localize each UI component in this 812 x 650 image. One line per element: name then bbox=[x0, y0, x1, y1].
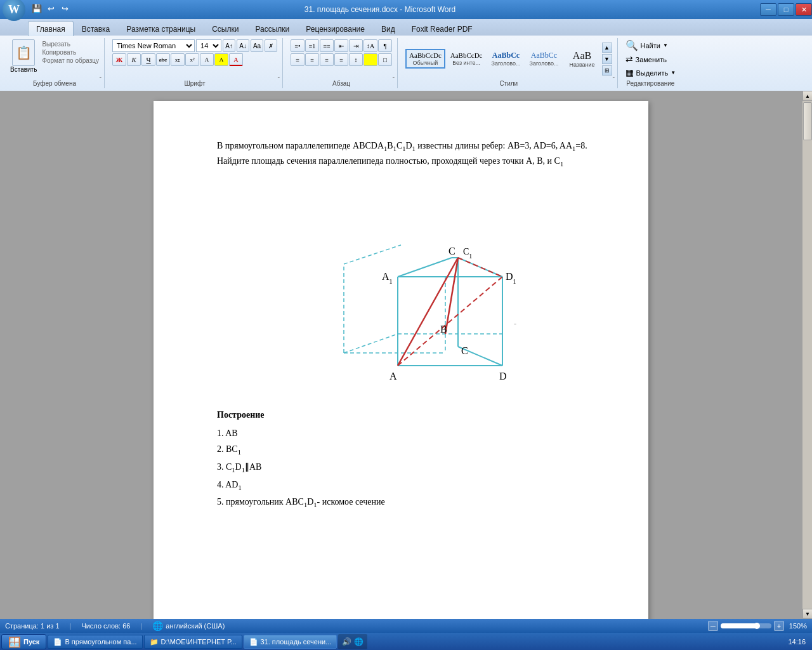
style-title-preview: AaB bbox=[573, 50, 591, 62]
status-bar: Страница: 1 из 1 | Число слов: 66 | 🌐 ан… bbox=[0, 619, 812, 633]
scroll-up-button[interactable]: ▲ bbox=[802, 91, 812, 101]
window-title: 31. площадь сечения.docx - Microsoft Wor… bbox=[0, 5, 760, 14]
editing-group-label: Редактирование bbox=[626, 80, 674, 87]
tab-view[interactable]: Вид bbox=[373, 22, 403, 36]
zoom-out-button[interactable]: ─ bbox=[708, 621, 718, 631]
italic-button[interactable]: К bbox=[127, 53, 141, 66]
align-left-button[interactable]: ≡ bbox=[291, 53, 304, 66]
font-grow-button[interactable]: A↑ bbox=[223, 39, 235, 52]
cut-button[interactable]: Вырезать bbox=[42, 41, 99, 48]
page-status: Страница: 1 из 1 bbox=[5, 622, 60, 630]
clipboard-expand[interactable]: ⌄ bbox=[98, 74, 103, 79]
select-button[interactable]: ▦ Выделить ▼ bbox=[625, 67, 676, 78]
style-normal-preview: AaBbCcDc bbox=[409, 51, 442, 60]
paragraph-expand[interactable]: ⌄ bbox=[391, 74, 396, 79]
highlight-button[interactable]: A bbox=[214, 53, 228, 66]
bullets-button[interactable]: ≡• bbox=[291, 39, 304, 52]
line-spacing-button[interactable]: ↕ bbox=[349, 53, 363, 66]
vertical-scrollbar: ▲ ▼ bbox=[802, 91, 812, 619]
increase-indent-button[interactable]: ⇥ bbox=[349, 39, 363, 52]
styles-expand[interactable]: ⌄ bbox=[612, 74, 616, 79]
text-effect-button[interactable]: A bbox=[200, 53, 214, 66]
zoom-slider[interactable] bbox=[721, 623, 771, 628]
start-button[interactable]: 🪟 Пуск bbox=[1, 634, 46, 649]
document-page: В прямоугольном параллелепипеде ABCDA1B1… bbox=[154, 101, 648, 619]
style-heading2[interactable]: AaBbCc Заголово... bbox=[526, 48, 563, 69]
tab-references[interactable]: Ссылки bbox=[204, 22, 247, 36]
scroll-thumb[interactable] bbox=[803, 102, 812, 140]
construction-item-1: 1. AB bbox=[217, 425, 598, 441]
font-expand[interactable]: ⌄ bbox=[277, 74, 281, 79]
style-heading1[interactable]: AaBbCc Заголово... bbox=[488, 48, 525, 69]
font-color-button[interactable]: A bbox=[229, 53, 243, 66]
font-group-label: Шрифт bbox=[185, 80, 206, 87]
taskbar-item-0[interactable]: 📄 В прямоугольном па... bbox=[48, 635, 142, 649]
tab-page-layout[interactable]: Разметка страницы bbox=[118, 22, 204, 36]
window-controls: ─ □ ✕ bbox=[760, 3, 812, 16]
border-button[interactable]: □ bbox=[378, 53, 392, 66]
multilevel-list-button[interactable]: ≡≡ bbox=[320, 39, 334, 52]
status-sep1: | bbox=[70, 622, 72, 630]
style-no-spacing-label: Без инте... bbox=[452, 60, 480, 66]
construction-item-2: 2. BC1 bbox=[217, 441, 598, 459]
taskbar-item-1-icon: 📁 bbox=[150, 638, 159, 646]
superscript-button[interactable]: x² bbox=[185, 53, 199, 66]
undo-button[interactable]: ↩ bbox=[44, 3, 57, 15]
geometry-figure: C C1 A1 D1 B A D C - bbox=[217, 182, 598, 397]
font-name-select[interactable]: Times New Roman bbox=[112, 39, 195, 52]
tab-foxit[interactable]: Foxit Reader PDF bbox=[403, 22, 481, 36]
scroll-down-button[interactable]: ▼ bbox=[802, 609, 812, 619]
system-tray: 🔊 🌐 bbox=[338, 634, 367, 649]
office-orb[interactable]: W bbox=[3, 0, 25, 21]
strikethrough-button[interactable]: abc bbox=[156, 53, 170, 66]
replace-button[interactable]: ⇄ Заменить bbox=[625, 54, 667, 65]
page-count: Страница: 1 из 1 bbox=[5, 622, 60, 630]
svg-line-18 bbox=[398, 277, 502, 366]
tab-review[interactable]: Рецензирование bbox=[298, 22, 373, 36]
taskbar-item-2[interactable]: 📄 31. площадь сечени... bbox=[244, 635, 337, 649]
align-right-button[interactable]: ≡ bbox=[320, 53, 334, 66]
zoom-in-button[interactable]: + bbox=[774, 621, 784, 631]
sort-button[interactable]: ↕A bbox=[363, 39, 377, 52]
problem-text: В прямоугольном параллелепипеде ABCDA1B1… bbox=[217, 139, 598, 169]
decrease-indent-button[interactable]: ⇤ bbox=[334, 39, 348, 52]
document-area[interactable]: В прямоугольном параллелепипеде ABCDA1B1… bbox=[0, 91, 802, 619]
format-paint-button[interactable]: Формат по образцу bbox=[42, 57, 99, 64]
scroll-track[interactable] bbox=[802, 101, 812, 609]
shading-button[interactable] bbox=[363, 53, 377, 66]
close-button[interactable]: ✕ bbox=[796, 3, 812, 16]
change-case-button[interactable]: Aa bbox=[251, 39, 263, 52]
styles-scroll-down[interactable]: ▼ bbox=[602, 54, 612, 64]
style-heading2-label: Заголово... bbox=[530, 60, 559, 67]
copy-button[interactable]: Копировать bbox=[42, 49, 99, 56]
styles-scroll-up[interactable]: ▲ bbox=[602, 43, 612, 53]
maximize-button[interactable]: □ bbox=[778, 3, 794, 16]
bold-button[interactable]: Ж bbox=[112, 53, 126, 66]
paste-icon: 📋 bbox=[12, 39, 35, 66]
minimize-button[interactable]: ─ bbox=[760, 3, 776, 16]
taskbar-item-1[interactable]: 📁 D:\MOE\ИНТЕРНЕТ Р... bbox=[144, 635, 242, 649]
style-no-spacing[interactable]: AaBbCcDc Без инте... bbox=[447, 49, 487, 69]
paragraph-group: ≡• ≡1 ≡≡ ⇤ ⇥ ↕A ¶ ≡ ≡ ≡ ≡ ↕ □ Абзац ⌄ bbox=[285, 38, 398, 88]
tab-mailings[interactable]: Рассылки bbox=[247, 22, 298, 36]
styles-more[interactable]: ⊞ bbox=[602, 65, 612, 76]
underline-button[interactable]: Ч bbox=[141, 53, 155, 66]
align-center-button[interactable]: ≡ bbox=[305, 53, 319, 66]
paste-button[interactable]: 📋 Вставить bbox=[10, 39, 37, 73]
tab-insert[interactable]: Вставка bbox=[74, 22, 119, 36]
style-normal[interactable]: AaBbCcDc Обычный bbox=[405, 49, 445, 69]
show-marks-button[interactable]: ¶ bbox=[378, 39, 392, 52]
svg-text:B: B bbox=[440, 324, 447, 335]
clear-format-button[interactable]: ✗ bbox=[265, 39, 277, 52]
font-shrink-button[interactable]: A↓ bbox=[237, 39, 249, 52]
justify-button[interactable]: ≡ bbox=[334, 53, 348, 66]
find-button[interactable]: 🔍 Найти ▼ bbox=[625, 39, 668, 51]
font-size-select[interactable]: 14 bbox=[196, 39, 221, 52]
save-button[interactable]: 💾 bbox=[30, 3, 43, 15]
tab-home[interactable]: Главная bbox=[28, 21, 74, 36]
subscript-button[interactable]: x₂ bbox=[171, 53, 185, 66]
style-title[interactable]: AaB Название bbox=[564, 47, 601, 70]
numbering-button[interactable]: ≡1 bbox=[305, 39, 319, 52]
construction-item-5: 5. прямоугольник ABC1D1- искомое сечение bbox=[217, 494, 598, 512]
redo-button[interactable]: ↪ bbox=[58, 3, 71, 15]
